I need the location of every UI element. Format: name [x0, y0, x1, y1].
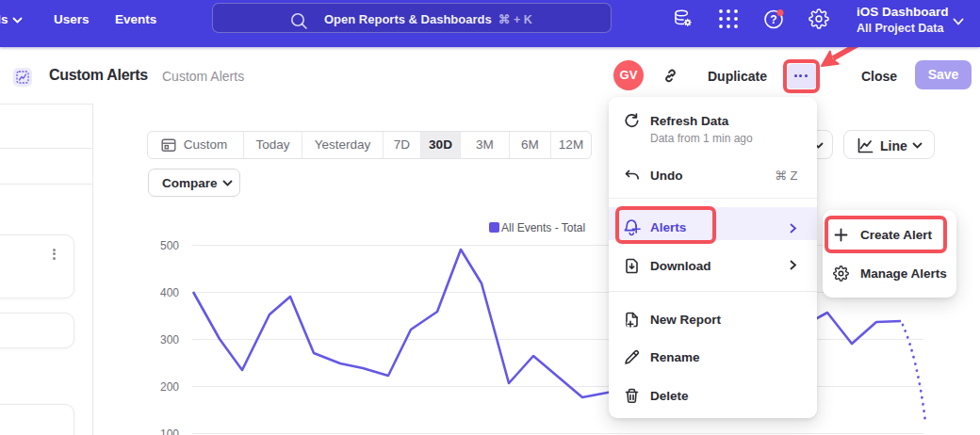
svg-text:?: ? [770, 13, 776, 26]
